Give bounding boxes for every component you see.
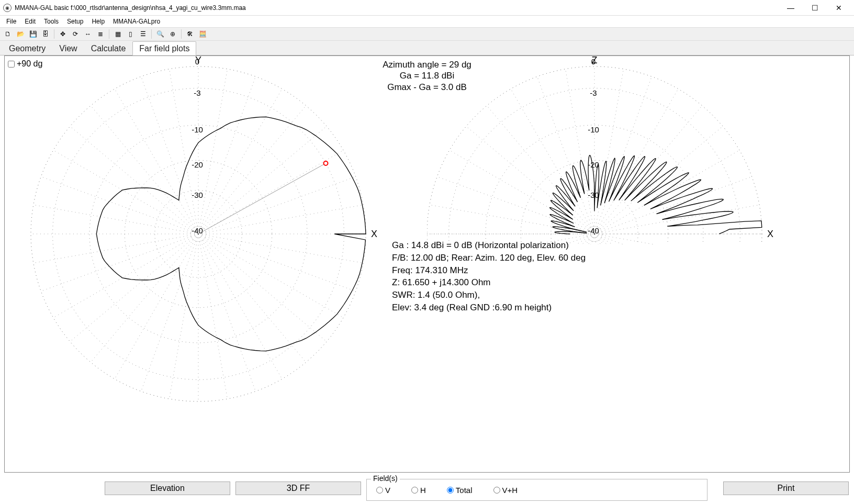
maximize-button[interactable]: ☐ — [803, 0, 827, 16]
menu-mmanagalpro[interactable]: MMANA-GALpro — [109, 17, 164, 26]
svg-line-14 — [198, 177, 356, 234]
calc-icon[interactable]: 🧮 — [197, 28, 208, 40]
svg-line-15 — [198, 150, 343, 234]
field-option-label: Total — [456, 486, 473, 495]
svg-line-75 — [537, 76, 594, 234]
svg-line-26 — [70, 126, 198, 234]
tab-calculate[interactable]: Calculate — [84, 41, 133, 55]
svg-line-96 — [594, 234, 723, 244]
svg-text:Y: Y — [195, 56, 201, 65]
save-all-icon[interactable]: 🗄 — [40, 28, 51, 40]
menu-setup[interactable]: Setup — [63, 17, 87, 26]
svg-line-37 — [141, 234, 198, 391]
svg-line-33 — [53, 234, 198, 318]
tools-icon[interactable]: 🛠 — [184, 28, 196, 40]
close-button[interactable]: ✕ — [827, 0, 851, 16]
svg-line-28 — [41, 177, 198, 234]
print-button[interactable]: Print — [723, 481, 849, 495]
svg-line-31 — [33, 234, 198, 263]
svg-line-67 — [594, 150, 739, 234]
svg-text:-10: -10 — [192, 125, 203, 134]
svg-line-13 — [198, 205, 363, 234]
svg-line-40 — [198, 234, 228, 399]
tab-view[interactable]: View — [52, 41, 84, 55]
svg-line-45 — [198, 234, 343, 318]
move-icon[interactable]: ✥ — [57, 28, 69, 40]
toolbar: 🗋📂💾🗄✥⟳↔≣▦▯☰🔍⊕🛠🧮 — [0, 27, 854, 41]
svg-text:X: X — [371, 229, 377, 239]
svg-text:-3: -3 — [590, 88, 597, 97]
svg-line-65 — [594, 205, 759, 234]
table-icon[interactable]: ☰ — [137, 28, 149, 40]
result-swr: SWR: 1.4 (50.0 Ohm), — [392, 289, 586, 301]
field-option-label: V+H — [502, 486, 518, 495]
result-z: Z: 61.650 + j14.300 Ohm — [392, 276, 586, 289]
svg-line-27 — [53, 150, 198, 234]
result-ga: Ga : 14.8 dBi = 0 dB (Horizontal polariz… — [392, 239, 586, 252]
svg-line-18 — [198, 89, 282, 234]
azimuth-polar-chart: 0-3-10-20-30-40YX — [5, 56, 427, 472]
svg-line-93 — [594, 234, 651, 244]
svg-line-35 — [91, 234, 198, 362]
field-option-v[interactable]: V — [376, 486, 390, 495]
toolbar-separator — [151, 29, 152, 39]
toolbar-separator — [181, 29, 182, 39]
svg-line-19 — [198, 76, 255, 234]
plot-area: +90 dg Azimuth angle = 29 dg Ga = 11.8 d… — [4, 55, 850, 473]
svg-text:-40: -40 — [192, 226, 203, 235]
svg-text:-30: -30 — [192, 191, 203, 199]
elevation-button[interactable]: Elevation — [105, 481, 230, 495]
element-icon[interactable]: ▯ — [125, 28, 136, 40]
result-freq: Freq: 174.310 MHz — [392, 264, 586, 277]
svg-line-72 — [594, 69, 624, 234]
field-option-v-h[interactable]: V+H — [493, 486, 518, 495]
result-elev: Elev: 3.4 deg (Real GND :6.90 m height) — [392, 301, 586, 314]
grid-icon[interactable]: ▦ — [112, 28, 123, 40]
svg-line-29 — [33, 205, 198, 234]
field-option-label: H — [420, 486, 426, 495]
svg-line-98 — [594, 234, 752, 244]
tab-geometry[interactable]: Geometry — [2, 41, 52, 55]
wire-edit-icon[interactable]: ≣ — [95, 28, 106, 40]
menu-file[interactable]: File — [2, 17, 20, 26]
target-icon[interactable]: ⊕ — [167, 28, 178, 40]
svg-line-16 — [198, 126, 327, 234]
svg-line-38 — [169, 234, 198, 399]
tab-far-field-plots[interactable]: Far field plots — [132, 41, 196, 55]
field-option-total[interactable]: Total — [447, 486, 473, 495]
field-option-label: V — [385, 486, 390, 495]
field-option-h[interactable]: H — [411, 486, 426, 495]
menu-help[interactable]: Help — [87, 17, 109, 26]
svg-line-24 — [115, 89, 198, 234]
fields-radio-group: Field(s) VHTotalV+H — [366, 479, 707, 501]
open-file-icon[interactable]: 📂 — [15, 28, 26, 40]
svg-line-95 — [594, 234, 702, 244]
menu-bar: FileEditToolsSetupHelpMMANA-GALpro — [0, 16, 854, 27]
save-icon[interactable]: 💾 — [27, 28, 39, 40]
svg-text:X: X — [767, 229, 773, 239]
svg-line-32 — [41, 234, 198, 291]
svg-text:-3: -3 — [194, 88, 200, 97]
svg-line-68 — [594, 126, 723, 234]
rotate-icon[interactable]: ⟳ — [70, 28, 81, 40]
svg-line-41 — [198, 234, 255, 391]
minimize-button[interactable]: — — [779, 0, 803, 16]
fields-legend: Field(s) — [371, 474, 400, 483]
svg-line-44 — [198, 234, 327, 342]
toolbar-separator — [109, 29, 109, 39]
svg-point-51 — [323, 161, 328, 165]
svg-line-34 — [70, 234, 198, 342]
result-fb: F/B: 12.00 dB; Rear: Azim. 120 deg, Elev… — [392, 252, 586, 264]
menu-tools[interactable]: Tools — [40, 17, 63, 26]
svg-line-47 — [198, 234, 363, 263]
bottom-controls: Elevation 3D FF Field(s) VHTotalV+H Prin… — [0, 473, 854, 504]
svg-line-50 — [198, 163, 325, 234]
3dff-button[interactable]: 3D FF — [235, 481, 361, 495]
svg-line-46 — [198, 234, 356, 291]
menu-edit[interactable]: Edit — [20, 17, 40, 26]
zoom-icon[interactable]: 🔍 — [154, 28, 166, 40]
new-file-icon[interactable]: 🗋 — [2, 28, 14, 40]
svg-line-70 — [594, 89, 678, 234]
result-summary: Ga : 14.8 dBi = 0 dB (Horizontal polariz… — [392, 239, 586, 314]
connect-icon[interactable]: ↔ — [82, 28, 94, 40]
